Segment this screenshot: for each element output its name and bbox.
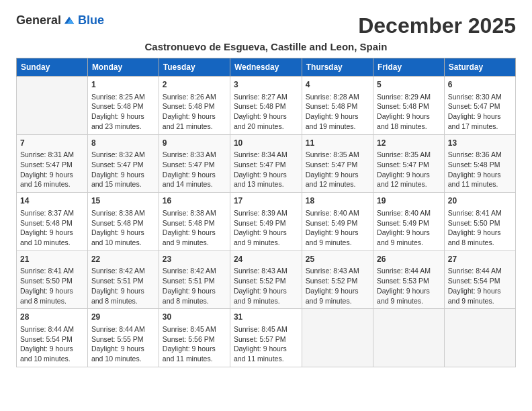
calendar-cell: 17Sunrise: 8:39 AM Sunset: 5:49 PM Dayli… <box>230 193 302 251</box>
day-info: Sunrise: 8:39 AM Sunset: 5:49 PM Dayligh… <box>234 208 298 248</box>
day-info: Sunrise: 8:31 AM Sunset: 5:47 PM Dayligh… <box>20 150 84 189</box>
day-info: Sunrise: 8:44 AM Sunset: 5:54 PM Dayligh… <box>20 324 84 364</box>
header-day-wednesday: Wednesday <box>230 58 302 77</box>
calendar-cell: 24Sunrise: 8:43 AM Sunset: 5:52 PM Dayli… <box>230 250 302 309</box>
header-day-tuesday: Tuesday <box>159 58 230 77</box>
calendar-subtitle: Castronuevo de Esgueva, Castille and Leo… <box>16 41 516 52</box>
day-info: Sunrise: 8:35 AM Sunset: 5:47 PM Dayligh… <box>306 150 369 189</box>
day-number: 11 <box>306 138 369 149</box>
calendar-cell: 6Sunrise: 8:30 AM Sunset: 5:47 PM Daylig… <box>444 77 515 135</box>
calendar-body: 1Sunrise: 8:25 AM Sunset: 5:48 PM Daylig… <box>17 77 516 367</box>
calendar-cell <box>444 309 515 367</box>
day-number: 9 <box>163 138 226 149</box>
day-number: 20 <box>448 195 512 207</box>
header-day-monday: Monday <box>87 58 159 77</box>
day-info: Sunrise: 8:25 AM Sunset: 5:48 PM Dayligh… <box>91 92 155 132</box>
calendar-table: SundayMondayTuesdayWednesdayThursdayFrid… <box>16 58 516 367</box>
day-number: 21 <box>20 254 84 265</box>
calendar-header: SundayMondayTuesdayWednesdayThursdayFrid… <box>17 58 516 77</box>
day-number: 28 <box>20 312 84 323</box>
day-info: Sunrise: 8:45 AM Sunset: 5:57 PM Dayligh… <box>234 324 298 364</box>
day-info: Sunrise: 8:43 AM Sunset: 5:52 PM Dayligh… <box>306 266 369 306</box>
day-number: 27 <box>448 254 512 265</box>
calendar-cell: 12Sunrise: 8:35 AM Sunset: 5:47 PM Dayli… <box>373 134 445 193</box>
calendar-cell: 5Sunrise: 8:29 AM Sunset: 5:48 PM Daylig… <box>373 77 445 135</box>
calendar-cell: 10Sunrise: 8:34 AM Sunset: 5:47 PM Dayli… <box>230 134 302 193</box>
day-number: 16 <box>163 195 226 207</box>
day-number: 22 <box>91 254 155 265</box>
day-number: 29 <box>91 312 155 323</box>
header-day-friday: Friday <box>373 58 445 77</box>
calendar-cell: 3Sunrise: 8:27 AM Sunset: 5:48 PM Daylig… <box>230 77 302 135</box>
week-row-2: 7Sunrise: 8:31 AM Sunset: 5:47 PM Daylig… <box>17 134 516 193</box>
day-info: Sunrise: 8:41 AM Sunset: 5:50 PM Dayligh… <box>20 266 84 306</box>
day-info: Sunrise: 8:40 AM Sunset: 5:49 PM Dayligh… <box>306 208 369 248</box>
day-number: 5 <box>377 79 441 91</box>
day-number: 14 <box>20 195 84 207</box>
calendar-cell: 1Sunrise: 8:25 AM Sunset: 5:48 PM Daylig… <box>87 77 159 135</box>
day-info: Sunrise: 8:40 AM Sunset: 5:49 PM Dayligh… <box>377 208 441 248</box>
day-number: 10 <box>234 138 298 149</box>
day-info: Sunrise: 8:36 AM Sunset: 5:48 PM Dayligh… <box>448 150 512 189</box>
week-row-1: 1Sunrise: 8:25 AM Sunset: 5:48 PM Daylig… <box>17 77 516 135</box>
calendar-cell: 19Sunrise: 8:40 AM Sunset: 5:49 PM Dayli… <box>373 193 445 251</box>
calendar-cell <box>302 309 373 367</box>
day-number: 12 <box>377 138 441 149</box>
day-info: Sunrise: 8:41 AM Sunset: 5:50 PM Dayligh… <box>448 208 512 248</box>
calendar-cell: 31Sunrise: 8:45 AM Sunset: 5:57 PM Dayli… <box>230 309 302 367</box>
day-info: Sunrise: 8:35 AM Sunset: 5:47 PM Dayligh… <box>377 150 441 189</box>
week-row-5: 28Sunrise: 8:44 AM Sunset: 5:54 PM Dayli… <box>17 309 516 367</box>
calendar-cell: 27Sunrise: 8:44 AM Sunset: 5:54 PM Dayli… <box>444 250 515 309</box>
day-number: 24 <box>234 254 298 265</box>
day-info: Sunrise: 8:26 AM Sunset: 5:48 PM Dayligh… <box>163 92 226 132</box>
calendar-cell <box>373 309 445 367</box>
calendar-cell <box>17 77 88 135</box>
day-number: 30 <box>163 312 226 323</box>
day-info: Sunrise: 8:44 AM Sunset: 5:53 PM Dayligh… <box>377 266 441 306</box>
calendar-cell: 14Sunrise: 8:37 AM Sunset: 5:48 PM Dayli… <box>17 193 88 251</box>
calendar-cell: 21Sunrise: 8:41 AM Sunset: 5:50 PM Dayli… <box>17 250 88 309</box>
page-header: General Blue December 2025 <box>16 13 516 38</box>
logo-icon <box>63 15 75 27</box>
day-info: Sunrise: 8:44 AM Sunset: 5:54 PM Dayligh… <box>448 266 512 306</box>
day-number: 19 <box>377 195 441 207</box>
day-info: Sunrise: 8:38 AM Sunset: 5:48 PM Dayligh… <box>163 208 226 248</box>
day-number: 8 <box>91 138 155 149</box>
calendar-cell: 23Sunrise: 8:42 AM Sunset: 5:51 PM Dayli… <box>159 250 230 309</box>
calendar-cell: 7Sunrise: 8:31 AM Sunset: 5:47 PM Daylig… <box>17 134 88 193</box>
day-number: 18 <box>306 195 369 207</box>
calendar-cell: 18Sunrise: 8:40 AM Sunset: 5:49 PM Dayli… <box>302 193 373 251</box>
day-number: 15 <box>91 195 155 207</box>
day-number: 7 <box>20 138 84 149</box>
day-number: 23 <box>163 254 226 265</box>
logo: General Blue <box>16 13 104 28</box>
day-number: 3 <box>234 79 298 91</box>
calendar-cell: 20Sunrise: 8:41 AM Sunset: 5:50 PM Dayli… <box>444 193 515 251</box>
calendar-cell: 2Sunrise: 8:26 AM Sunset: 5:48 PM Daylig… <box>159 77 230 135</box>
day-info: Sunrise: 8:38 AM Sunset: 5:48 PM Dayligh… <box>91 208 155 248</box>
day-info: Sunrise: 8:45 AM Sunset: 5:56 PM Dayligh… <box>163 324 226 364</box>
logo-blue: Blue <box>78 13 104 28</box>
day-number: 1 <box>91 79 155 91</box>
calendar-cell: 22Sunrise: 8:42 AM Sunset: 5:51 PM Dayli… <box>87 250 159 309</box>
calendar-cell: 25Sunrise: 8:43 AM Sunset: 5:52 PM Dayli… <box>302 250 373 309</box>
day-number: 17 <box>234 195 298 207</box>
day-info: Sunrise: 8:34 AM Sunset: 5:47 PM Dayligh… <box>234 150 298 189</box>
day-info: Sunrise: 8:37 AM Sunset: 5:48 PM Dayligh… <box>20 208 84 248</box>
day-info: Sunrise: 8:30 AM Sunset: 5:47 PM Dayligh… <box>448 92 512 132</box>
calendar-cell: 4Sunrise: 8:28 AM Sunset: 5:48 PM Daylig… <box>302 77 373 135</box>
header-day-thursday: Thursday <box>302 58 373 77</box>
calendar-cell: 16Sunrise: 8:38 AM Sunset: 5:48 PM Dayli… <box>159 193 230 251</box>
day-number: 2 <box>163 79 226 91</box>
day-info: Sunrise: 8:29 AM Sunset: 5:48 PM Dayligh… <box>377 92 441 132</box>
week-row-3: 14Sunrise: 8:37 AM Sunset: 5:48 PM Dayli… <box>17 193 516 251</box>
calendar-cell: 28Sunrise: 8:44 AM Sunset: 5:54 PM Dayli… <box>17 309 88 367</box>
day-number: 13 <box>448 138 512 149</box>
calendar-cell: 26Sunrise: 8:44 AM Sunset: 5:53 PM Dayli… <box>373 250 445 309</box>
day-info: Sunrise: 8:33 AM Sunset: 5:47 PM Dayligh… <box>163 150 226 189</box>
week-row-4: 21Sunrise: 8:41 AM Sunset: 5:50 PM Dayli… <box>17 250 516 309</box>
calendar-cell: 13Sunrise: 8:36 AM Sunset: 5:48 PM Dayli… <box>444 134 515 193</box>
calendar-cell: 11Sunrise: 8:35 AM Sunset: 5:47 PM Dayli… <box>302 134 373 193</box>
day-number: 6 <box>448 79 512 91</box>
calendar-cell: 9Sunrise: 8:33 AM Sunset: 5:47 PM Daylig… <box>159 134 230 193</box>
